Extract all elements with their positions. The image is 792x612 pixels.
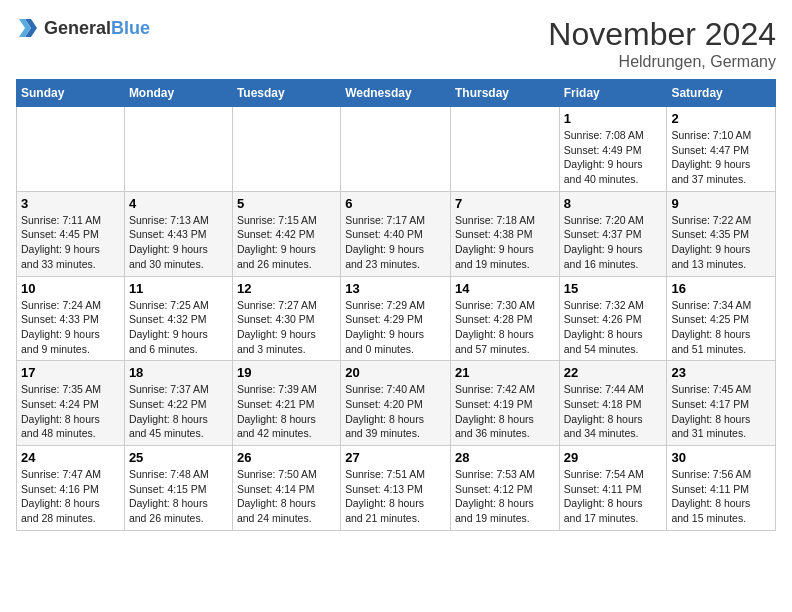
calendar-cell: 30Sunrise: 7:56 AMSunset: 4:11 PMDayligh… — [667, 446, 776, 531]
day-detail: Sunrise: 7:56 AMSunset: 4:11 PMDaylight:… — [671, 467, 771, 526]
day-detail: Sunrise: 7:54 AMSunset: 4:11 PMDaylight:… — [564, 467, 663, 526]
day-detail: Sunrise: 7:39 AMSunset: 4:21 PMDaylight:… — [237, 382, 336, 441]
calendar-cell: 17Sunrise: 7:35 AMSunset: 4:24 PMDayligh… — [17, 361, 125, 446]
day-number: 23 — [671, 365, 771, 380]
calendar-cell: 29Sunrise: 7:54 AMSunset: 4:11 PMDayligh… — [559, 446, 667, 531]
day-detail: Sunrise: 7:34 AMSunset: 4:25 PMDaylight:… — [671, 298, 771, 357]
day-detail: Sunrise: 7:17 AMSunset: 4:40 PMDaylight:… — [345, 213, 446, 272]
calendar-cell — [17, 107, 125, 192]
calendar-cell: 12Sunrise: 7:27 AMSunset: 4:30 PMDayligh… — [232, 276, 340, 361]
day-detail: Sunrise: 7:50 AMSunset: 4:14 PMDaylight:… — [237, 467, 336, 526]
location-title: Heldrungen, Germany — [548, 53, 776, 71]
calendar-cell: 23Sunrise: 7:45 AMSunset: 4:17 PMDayligh… — [667, 361, 776, 446]
day-number: 8 — [564, 196, 663, 211]
day-number: 5 — [237, 196, 336, 211]
day-number: 19 — [237, 365, 336, 380]
calendar-cell: 19Sunrise: 7:39 AMSunset: 4:21 PMDayligh… — [232, 361, 340, 446]
calendar-cell: 26Sunrise: 7:50 AMSunset: 4:14 PMDayligh… — [232, 446, 340, 531]
header-monday: Monday — [124, 80, 232, 107]
calendar-cell — [232, 107, 340, 192]
day-number: 28 — [455, 450, 555, 465]
day-detail: Sunrise: 7:40 AMSunset: 4:20 PMDaylight:… — [345, 382, 446, 441]
calendar-cell: 25Sunrise: 7:48 AMSunset: 4:15 PMDayligh… — [124, 446, 232, 531]
day-detail: Sunrise: 7:20 AMSunset: 4:37 PMDaylight:… — [564, 213, 663, 272]
calendar-cell: 7Sunrise: 7:18 AMSunset: 4:38 PMDaylight… — [450, 191, 559, 276]
header-sunday: Sunday — [17, 80, 125, 107]
day-detail: Sunrise: 7:48 AMSunset: 4:15 PMDaylight:… — [129, 467, 228, 526]
day-detail: Sunrise: 7:44 AMSunset: 4:18 PMDaylight:… — [564, 382, 663, 441]
day-detail: Sunrise: 7:47 AMSunset: 4:16 PMDaylight:… — [21, 467, 120, 526]
calendar-cell: 24Sunrise: 7:47 AMSunset: 4:16 PMDayligh… — [17, 446, 125, 531]
calendar-cell: 10Sunrise: 7:24 AMSunset: 4:33 PMDayligh… — [17, 276, 125, 361]
day-number: 11 — [129, 281, 228, 296]
day-number: 6 — [345, 196, 446, 211]
calendar-header-row: SundayMondayTuesdayWednesdayThursdayFrid… — [17, 80, 776, 107]
calendar-cell: 2Sunrise: 7:10 AMSunset: 4:47 PMDaylight… — [667, 107, 776, 192]
title-section: November 2024 Heldrungen, Germany — [548, 16, 776, 71]
day-number: 24 — [21, 450, 120, 465]
day-number: 3 — [21, 196, 120, 211]
header-thursday: Thursday — [450, 80, 559, 107]
day-detail: Sunrise: 7:27 AMSunset: 4:30 PMDaylight:… — [237, 298, 336, 357]
week-row-2: 10Sunrise: 7:24 AMSunset: 4:33 PMDayligh… — [17, 276, 776, 361]
week-row-4: 24Sunrise: 7:47 AMSunset: 4:16 PMDayligh… — [17, 446, 776, 531]
day-number: 13 — [345, 281, 446, 296]
day-number: 21 — [455, 365, 555, 380]
day-detail: Sunrise: 7:25 AMSunset: 4:32 PMDaylight:… — [129, 298, 228, 357]
day-detail: Sunrise: 7:37 AMSunset: 4:22 PMDaylight:… — [129, 382, 228, 441]
calendar-cell: 13Sunrise: 7:29 AMSunset: 4:29 PMDayligh… — [341, 276, 451, 361]
logo-text-general: General — [44, 18, 111, 38]
day-number: 17 — [21, 365, 120, 380]
day-number: 22 — [564, 365, 663, 380]
day-number: 12 — [237, 281, 336, 296]
day-number: 18 — [129, 365, 228, 380]
header-wednesday: Wednesday — [341, 80, 451, 107]
calendar-cell: 28Sunrise: 7:53 AMSunset: 4:12 PMDayligh… — [450, 446, 559, 531]
calendar-cell: 3Sunrise: 7:11 AMSunset: 4:45 PMDaylight… — [17, 191, 125, 276]
day-number: 27 — [345, 450, 446, 465]
day-detail: Sunrise: 7:11 AMSunset: 4:45 PMDaylight:… — [21, 213, 120, 272]
calendar-cell: 22Sunrise: 7:44 AMSunset: 4:18 PMDayligh… — [559, 361, 667, 446]
day-detail: Sunrise: 7:42 AMSunset: 4:19 PMDaylight:… — [455, 382, 555, 441]
calendar-cell: 4Sunrise: 7:13 AMSunset: 4:43 PMDaylight… — [124, 191, 232, 276]
day-detail: Sunrise: 7:08 AMSunset: 4:49 PMDaylight:… — [564, 128, 663, 187]
day-number: 15 — [564, 281, 663, 296]
calendar-cell: 1Sunrise: 7:08 AMSunset: 4:49 PMDaylight… — [559, 107, 667, 192]
day-detail: Sunrise: 7:51 AMSunset: 4:13 PMDaylight:… — [345, 467, 446, 526]
header-saturday: Saturday — [667, 80, 776, 107]
day-detail: Sunrise: 7:53 AMSunset: 4:12 PMDaylight:… — [455, 467, 555, 526]
day-detail: Sunrise: 7:13 AMSunset: 4:43 PMDaylight:… — [129, 213, 228, 272]
day-number: 20 — [345, 365, 446, 380]
day-detail: Sunrise: 7:30 AMSunset: 4:28 PMDaylight:… — [455, 298, 555, 357]
calendar-cell: 9Sunrise: 7:22 AMSunset: 4:35 PMDaylight… — [667, 191, 776, 276]
page-header: GeneralBlue November 2024 Heldrungen, Ge… — [16, 16, 776, 71]
day-detail: Sunrise: 7:22 AMSunset: 4:35 PMDaylight:… — [671, 213, 771, 272]
logo: GeneralBlue — [16, 16, 150, 40]
month-title: November 2024 — [548, 16, 776, 53]
calendar-cell — [450, 107, 559, 192]
day-number: 7 — [455, 196, 555, 211]
calendar-cell: 6Sunrise: 7:17 AMSunset: 4:40 PMDaylight… — [341, 191, 451, 276]
day-detail: Sunrise: 7:10 AMSunset: 4:47 PMDaylight:… — [671, 128, 771, 187]
calendar-cell: 11Sunrise: 7:25 AMSunset: 4:32 PMDayligh… — [124, 276, 232, 361]
calendar-cell: 20Sunrise: 7:40 AMSunset: 4:20 PMDayligh… — [341, 361, 451, 446]
week-row-0: 1Sunrise: 7:08 AMSunset: 4:49 PMDaylight… — [17, 107, 776, 192]
day-number: 2 — [671, 111, 771, 126]
day-number: 30 — [671, 450, 771, 465]
day-number: 25 — [129, 450, 228, 465]
calendar-cell: 27Sunrise: 7:51 AMSunset: 4:13 PMDayligh… — [341, 446, 451, 531]
calendar-cell: 8Sunrise: 7:20 AMSunset: 4:37 PMDaylight… — [559, 191, 667, 276]
day-number: 1 — [564, 111, 663, 126]
calendar-cell: 15Sunrise: 7:32 AMSunset: 4:26 PMDayligh… — [559, 276, 667, 361]
day-number: 29 — [564, 450, 663, 465]
day-detail: Sunrise: 7:45 AMSunset: 4:17 PMDaylight:… — [671, 382, 771, 441]
logo-text-blue: Blue — [111, 18, 150, 38]
header-friday: Friday — [559, 80, 667, 107]
day-detail: Sunrise: 7:35 AMSunset: 4:24 PMDaylight:… — [21, 382, 120, 441]
header-tuesday: Tuesday — [232, 80, 340, 107]
week-row-1: 3Sunrise: 7:11 AMSunset: 4:45 PMDaylight… — [17, 191, 776, 276]
day-detail: Sunrise: 7:32 AMSunset: 4:26 PMDaylight:… — [564, 298, 663, 357]
calendar-table: SundayMondayTuesdayWednesdayThursdayFrid… — [16, 79, 776, 531]
logo-icon — [16, 16, 40, 40]
day-detail: Sunrise: 7:29 AMSunset: 4:29 PMDaylight:… — [345, 298, 446, 357]
